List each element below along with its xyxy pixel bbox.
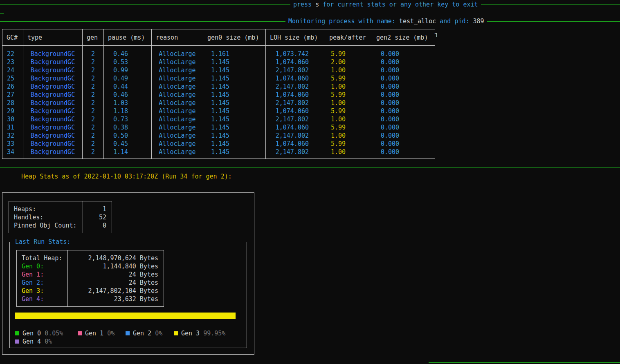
last-run-stats-table: Total Heap:Gen 0:Gen 1:Gen 2:Gen 3:Gen 4… [16,250,164,307]
separator-rule-line [0,167,620,167]
gc-cell: 1.00 [325,132,372,140]
gc-cell: 2 [83,107,103,115]
gc-cell: 1.145 [203,107,265,115]
gc-cell: 5.99 [325,123,372,132]
rule-line [0,21,285,22]
gc-events-table: GC# type gen pause (ms) reason gen0 size… [2,29,435,159]
gc-cell: 1.00 [325,148,372,156]
gc-cell: 0.000 [372,66,435,74]
gc-cell: 5.99 [325,107,372,115]
summary-value: 1 [83,205,112,213]
legend-percent: 0% [107,329,115,337]
gc-cell: 0.73 [104,115,151,123]
gc-cell: BackgroundGC [23,83,82,91]
gc-cell: 0.53 [104,58,151,66]
stat-value: 1,144,840 Bytes [68,262,164,270]
gc-cell: 0.000 [372,115,435,123]
gc-cell: 1,074.060 [266,107,325,115]
gc-cell: 2 [83,140,103,148]
gc-cell: 2,147.802 [266,99,325,107]
text-part: and pid: [436,18,473,25]
gc-cell: 23 [2,58,23,66]
gc-table-column-3: 0.460.530.990.490.440.461.031.180.730.38… [104,46,152,159]
gc-cell: BackgroundGC [23,140,82,148]
legend-gen-2: Gen 20% [126,329,162,337]
legend-gen-1: Gen 10% [78,329,115,337]
gc-cell: 1.145 [203,99,265,107]
legend-swatch-icon [174,331,178,335]
last-run-stats-panel: Last Run Stats: Total Heap:Gen 0:Gen 1:G… [9,242,247,348]
gc-cell: BackgroundGC [23,115,82,123]
legend-swatch-icon [126,331,130,335]
gc-cell: BackgroundGC [23,132,82,140]
gc-cell: 32 [2,132,23,140]
text-part: test_alloc [399,18,436,25]
rule-line [0,4,290,5]
gc-table-column-1: BackgroundGCBackgroundGCBackgroundGCBack… [23,46,83,159]
top-status-text: press s for current stats or any other k… [290,0,481,9]
gc-cell: 0.99 [104,66,151,74]
gc-cell: 5.99 [325,74,372,83]
gc-cell: 0.45 [104,140,151,148]
gc-cell: BackgroundGC [23,123,82,132]
gc-cell: BackgroundGC [23,74,82,83]
gc-cell: 2 [83,132,103,140]
gc-cell: 0.000 [372,74,435,83]
legend-gen-3: Gen 399.95% [174,329,225,337]
gc-cell: 2 [83,58,103,66]
gc-cell: BackgroundGC [23,66,82,74]
gc-cell: 1.00 [325,83,372,91]
gc-table-column-4: AllocLargeAllocLargeAllocLargeAllocLarge… [152,46,203,159]
stat-value: 2,148,970,624 Bytes [68,254,164,262]
gc-col-header-peak-after: peak/after [325,29,372,45]
gc-cell: 1.161 [203,50,265,58]
gc-table-column-6: 1,073.7421,074.0602,147.8021,074.0602,14… [266,46,325,159]
summary-label: Pinned Obj Count: [9,221,83,230]
gc-col-header-gen0-size: gen0 size (mb) [203,29,266,45]
gc-cell: 2 [83,66,103,74]
gc-col-header-loh-size: LOH size (mb) [266,29,325,45]
gc-cell: 0.000 [372,91,435,99]
gc-cell: AllocLarge [152,50,203,58]
gc-cell: 2 [83,50,103,58]
text-part: Monitoring process with name: [288,18,399,25]
gc-cell: 2 [83,148,103,156]
gc-cell: 2,147.802 [266,66,325,74]
stat-value: 24 Bytes [68,270,164,279]
terminal-screen[interactable]: press s for current stats or any other k… [0,0,620,364]
gc-cell: AllocLarge [152,132,203,140]
gc-table-column-5: 1.1611.1451.1451.1451.1451.1451.1451.145… [203,46,266,159]
gc-table-header: GC# type gen pause (ms) reason gen0 size… [2,29,435,46]
gc-cell: 24 [2,66,23,74]
gc-cell: 2 [83,99,103,107]
gc-cell: 1.18 [104,107,151,115]
gc-cell: 2 [83,74,103,83]
gc-cell: 30 [2,115,23,123]
gc-cell: BackgroundGC [23,58,82,66]
gc-cell: 1.03 [104,99,151,107]
stat-label: Gen 1: [17,270,67,279]
gc-cell: 0.000 [372,123,435,132]
summary-value: 52 [83,213,112,221]
gc-cell: 1.00 [325,99,372,107]
rule-line [481,4,620,5]
gc-cell: 0.000 [372,58,435,66]
text-part: press [293,1,315,8]
gc-cell: 0.49 [104,74,151,83]
gc-cell: 1.145 [203,58,265,66]
gc-col-header-reason: reason [152,29,203,45]
legend-label: Gen 1 [85,329,103,337]
gc-cell: 26 [2,83,23,91]
gc-cell: 1.145 [203,74,265,83]
stat-label: Gen 3: [17,287,67,295]
gc-cell: 0.000 [372,132,435,140]
legend-gen-4: Gen 40% [15,337,52,346]
gc-cell: 1.00 [325,115,372,123]
gc-col-header-gen: gen [83,29,104,45]
last-run-stats-values: 2,148,970,624 Bytes1,144,840 Bytes24 Byt… [68,250,164,306]
gc-cell: 0.000 [372,140,435,148]
gc-cell: AllocLarge [152,123,203,132]
gc-cell: AllocLarge [152,99,203,107]
gc-cell: 0.46 [104,50,151,58]
legend-swatch-icon [15,339,19,344]
